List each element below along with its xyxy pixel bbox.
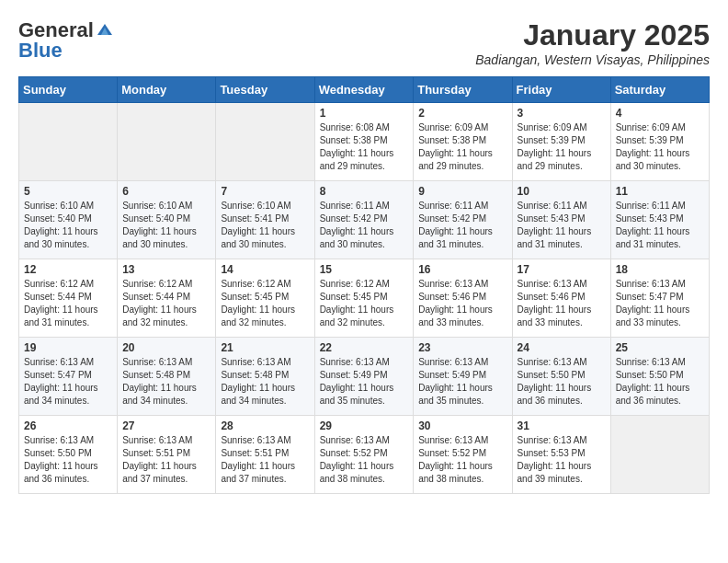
calendar-header-row: SundayMondayTuesdayWednesdayThursdayFrid… (19, 77, 710, 103)
day-header-thursday: Thursday (414, 77, 512, 103)
calendar-cell: 8Sunrise: 6:11 AMSunset: 5:42 PMDaylight… (314, 181, 414, 259)
calendar-cell: 25Sunrise: 6:13 AMSunset: 5:50 PMDayligh… (610, 338, 709, 416)
calendar-table: SundayMondayTuesdayWednesdayThursdayFrid… (18, 76, 710, 494)
day-number: 12 (24, 263, 112, 276)
day-number: 10 (518, 185, 606, 198)
day-number: 26 (24, 419, 112, 432)
day-header-friday: Friday (512, 77, 610, 103)
day-header-wednesday: Wednesday (314, 77, 414, 103)
calendar-week-3: 12Sunrise: 6:12 AMSunset: 5:44 PMDayligh… (19, 259, 710, 338)
calendar-cell: 5Sunrise: 6:10 AMSunset: 5:40 PMDaylight… (19, 181, 118, 259)
day-info: Sunrise: 6:13 AMSunset: 5:47 PMDaylight:… (616, 278, 704, 329)
day-number: 30 (418, 419, 506, 432)
logo: General Blue (18, 18, 114, 63)
day-number: 8 (320, 185, 409, 198)
calendar-cell: 31Sunrise: 6:13 AMSunset: 5:53 PMDayligh… (512, 416, 610, 494)
day-number: 2 (418, 107, 506, 120)
calendar-cell: 2Sunrise: 6:09 AMSunset: 5:38 PMDaylight… (414, 103, 512, 181)
day-number: 7 (221, 185, 309, 198)
day-number: 21 (221, 341, 309, 354)
day-number: 6 (122, 185, 210, 198)
day-info: Sunrise: 6:11 AMSunset: 5:42 PMDaylight:… (418, 200, 506, 251)
calendar-cell: 18Sunrise: 6:13 AMSunset: 5:47 PMDayligh… (610, 259, 709, 338)
day-info: Sunrise: 6:13 AMSunset: 5:52 PMDaylight:… (418, 434, 506, 486)
calendar-cell: 13Sunrise: 6:12 AMSunset: 5:44 PMDayligh… (118, 259, 216, 338)
page-header: General Blue January 2025 Badiangan, Wes… (18, 18, 710, 67)
day-info: Sunrise: 6:10 AMSunset: 5:40 PMDaylight:… (122, 200, 210, 251)
day-number: 29 (320, 419, 409, 432)
day-info: Sunrise: 6:09 AMSunset: 5:38 PMDaylight:… (418, 121, 506, 173)
calendar-cell: 10Sunrise: 6:11 AMSunset: 5:43 PMDayligh… (512, 181, 610, 259)
day-info: Sunrise: 6:12 AMSunset: 5:45 PMDaylight:… (320, 278, 409, 329)
day-header-saturday: Saturday (610, 77, 709, 103)
month-title: January 2025 (475, 18, 710, 52)
day-number: 27 (122, 419, 210, 432)
calendar-cell (216, 103, 314, 181)
day-number: 24 (518, 341, 606, 354)
calendar-cell (118, 103, 216, 181)
calendar-cell (19, 103, 118, 181)
day-info: Sunrise: 6:09 AMSunset: 5:39 PMDaylight:… (616, 121, 704, 173)
day-number: 18 (616, 263, 704, 276)
day-info: Sunrise: 6:12 AMSunset: 5:44 PMDaylight:… (24, 278, 112, 329)
calendar-cell: 24Sunrise: 6:13 AMSunset: 5:50 PMDayligh… (512, 338, 610, 416)
location-title: Badiangan, Western Visayas, Philippines (475, 52, 710, 67)
day-header-monday: Monday (118, 77, 216, 103)
day-number: 14 (221, 263, 309, 276)
calendar-cell: 30Sunrise: 6:13 AMSunset: 5:52 PMDayligh… (414, 416, 512, 494)
calendar-cell: 22Sunrise: 6:13 AMSunset: 5:49 PMDayligh… (314, 338, 414, 416)
day-number: 16 (418, 263, 506, 276)
calendar-cell: 23Sunrise: 6:13 AMSunset: 5:49 PMDayligh… (414, 338, 512, 416)
day-info: Sunrise: 6:10 AMSunset: 5:40 PMDaylight:… (24, 200, 112, 251)
day-info: Sunrise: 6:13 AMSunset: 5:52 PMDaylight:… (320, 434, 409, 486)
calendar-cell: 14Sunrise: 6:12 AMSunset: 5:45 PMDayligh… (216, 259, 314, 338)
day-number: 9 (418, 185, 506, 198)
day-info: Sunrise: 6:10 AMSunset: 5:41 PMDaylight:… (221, 200, 309, 251)
day-number: 3 (518, 107, 606, 120)
day-info: Sunrise: 6:13 AMSunset: 5:48 PMDaylight:… (122, 356, 210, 408)
calendar-cell: 1Sunrise: 6:08 AMSunset: 5:38 PMDaylight… (314, 103, 414, 181)
day-number: 19 (24, 341, 112, 354)
calendar-week-1: 1Sunrise: 6:08 AMSunset: 5:38 PMDaylight… (19, 103, 710, 181)
day-info: Sunrise: 6:13 AMSunset: 5:47 PMDaylight:… (24, 356, 112, 408)
day-info: Sunrise: 6:11 AMSunset: 5:42 PMDaylight:… (320, 200, 409, 251)
calendar-cell: 9Sunrise: 6:11 AMSunset: 5:42 PMDaylight… (414, 181, 512, 259)
day-number: 5 (24, 185, 112, 198)
calendar-cell: 15Sunrise: 6:12 AMSunset: 5:45 PMDayligh… (314, 259, 414, 338)
day-number: 23 (418, 341, 506, 354)
calendar-cell: 16Sunrise: 6:13 AMSunset: 5:46 PMDayligh… (414, 259, 512, 338)
day-info: Sunrise: 6:11 AMSunset: 5:43 PMDaylight:… (518, 200, 606, 251)
day-number: 22 (320, 341, 409, 354)
logo-blue: Blue (18, 39, 63, 63)
day-info: Sunrise: 6:09 AMSunset: 5:39 PMDaylight:… (518, 121, 606, 173)
calendar-cell: 3Sunrise: 6:09 AMSunset: 5:39 PMDaylight… (512, 103, 610, 181)
day-number: 15 (320, 263, 409, 276)
day-info: Sunrise: 6:12 AMSunset: 5:44 PMDaylight:… (122, 278, 210, 329)
day-info: Sunrise: 6:13 AMSunset: 5:49 PMDaylight:… (418, 356, 506, 408)
calendar-cell: 29Sunrise: 6:13 AMSunset: 5:52 PMDayligh… (314, 416, 414, 494)
day-info: Sunrise: 6:13 AMSunset: 5:46 PMDaylight:… (518, 278, 606, 329)
day-info: Sunrise: 6:12 AMSunset: 5:45 PMDaylight:… (221, 278, 309, 329)
logo-icon (96, 22, 114, 39)
day-number: 11 (616, 185, 704, 198)
calendar-cell: 11Sunrise: 6:11 AMSunset: 5:43 PMDayligh… (610, 181, 709, 259)
day-info: Sunrise: 6:13 AMSunset: 5:46 PMDaylight:… (418, 278, 506, 329)
day-number: 4 (616, 107, 704, 120)
day-info: Sunrise: 6:13 AMSunset: 5:50 PMDaylight:… (518, 356, 606, 408)
calendar-cell: 7Sunrise: 6:10 AMSunset: 5:41 PMDaylight… (216, 181, 314, 259)
calendar-week-2: 5Sunrise: 6:10 AMSunset: 5:40 PMDaylight… (19, 181, 710, 259)
day-header-tuesday: Tuesday (216, 77, 314, 103)
calendar-cell: 21Sunrise: 6:13 AMSunset: 5:48 PMDayligh… (216, 338, 314, 416)
day-info: Sunrise: 6:13 AMSunset: 5:50 PMDaylight:… (24, 434, 112, 486)
calendar-cell: 20Sunrise: 6:13 AMSunset: 5:48 PMDayligh… (118, 338, 216, 416)
title-block: January 2025 Badiangan, Western Visayas,… (475, 18, 710, 67)
calendar-cell: 28Sunrise: 6:13 AMSunset: 5:51 PMDayligh… (216, 416, 314, 494)
day-number: 28 (221, 419, 309, 432)
calendar-cell: 6Sunrise: 6:10 AMSunset: 5:40 PMDaylight… (118, 181, 216, 259)
calendar-cell: 4Sunrise: 6:09 AMSunset: 5:39 PMDaylight… (610, 103, 709, 181)
day-info: Sunrise: 6:13 AMSunset: 5:51 PMDaylight:… (221, 434, 309, 486)
day-info: Sunrise: 6:13 AMSunset: 5:51 PMDaylight:… (122, 434, 210, 486)
calendar-cell: 27Sunrise: 6:13 AMSunset: 5:51 PMDayligh… (118, 416, 216, 494)
calendar-cell: 17Sunrise: 6:13 AMSunset: 5:46 PMDayligh… (512, 259, 610, 338)
day-info: Sunrise: 6:13 AMSunset: 5:48 PMDaylight:… (221, 356, 309, 408)
